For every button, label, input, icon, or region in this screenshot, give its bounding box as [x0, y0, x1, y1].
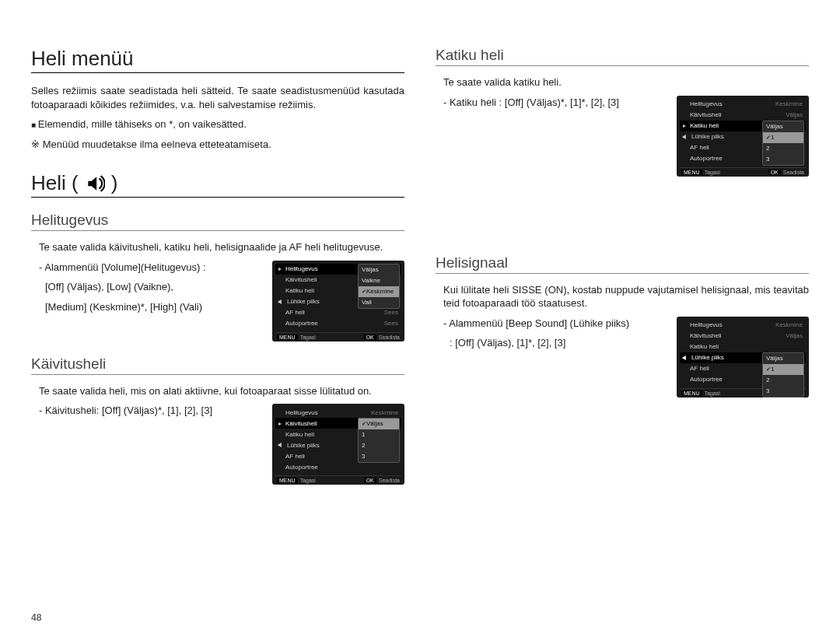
sound-icon [277, 298, 285, 306]
popup-option: Vali [359, 297, 399, 308]
heading-heli-close: ) [111, 171, 118, 195]
helitugevus-submenu-2: [Off] (Väljas), [Low] (Vaikne), [45, 280, 260, 294]
footer-menu-btn: MENU [681, 170, 702, 175]
kaivitusheli-desc: Te saate valida heli, mis on alati aktii… [39, 384, 404, 398]
popup-option: 2 [763, 143, 803, 154]
menu-item: Autoportree [285, 464, 400, 471]
footer-ok-label: Seadista [379, 478, 400, 483]
helitugevus-submenu-3: [Medium] (Keskmine)*, [High] (Vali) [45, 300, 260, 314]
footer-ok-btn: OK [768, 170, 781, 175]
menu-value: Keskmine [775, 100, 804, 107]
popup-option-selected: 1 [763, 364, 803, 375]
helisignaal-submenu-1: Alammenüü [Beep Sound] (Lühike piiks) [443, 317, 664, 331]
popup-option: Väljas [359, 264, 399, 275]
menu-item: Käivitusheli [690, 332, 786, 339]
menu-value: Sees [384, 309, 400, 316]
popup-option: Väljas [763, 121, 803, 132]
intro-paragraph: Selles režiimis saate seadistada heli sä… [31, 84, 404, 111]
popup-option: Väljas [763, 353, 803, 364]
menu-value: Sees [384, 320, 400, 327]
menu-value: Väljas [786, 111, 804, 118]
menu-screenshot-helisignaal: HelitugevusKeskmine KäivitusheliVäljas K… [677, 317, 809, 398]
footer-ok-btn: OK [364, 478, 376, 483]
footer-ok-label: Seadista [379, 335, 400, 340]
heading-kaivitusheli: Käivitusheli [31, 356, 404, 375]
katiku-block: Katiku heli : [Off] (Väljas)*, [1]*, [2]… [436, 96, 809, 177]
menu-item: Käivitusheli [690, 111, 786, 118]
footer-menu-btn: MENU [277, 335, 298, 340]
page-number: 48 [31, 612, 41, 623]
katiku-desc: Te saate valida katiku heli. [443, 75, 809, 89]
footer-back-label: Tagasi [705, 170, 720, 175]
footer-ok-label: Seadista [783, 170, 804, 175]
helisignaal-submenu-2: : [Off] (Väljas), [1]*, [2], [3] [450, 336, 664, 350]
menu-value: Keskmine [775, 321, 804, 328]
footer-back-label: Tagasi [300, 478, 316, 483]
heading-katiku-heli: Katiku heli [436, 47, 809, 66]
helitugevus-block: Alammenüü [Volume](Helitugevus) : [Off] … [31, 261, 404, 342]
heading-heli-menu: Heli menüü [31, 47, 404, 73]
popup-option: 1 [359, 429, 399, 440]
heading-heli-text: Heli ( [31, 171, 79, 195]
menu-screenshot-helitugevus: ▸Helitugevus Käivitusheli Katiku heli Lü… [272, 261, 404, 342]
katiku-options: Katiku heli : [Off] (Väljas)*, [1]*, [2]… [443, 96, 664, 110]
menu-item: Autoportree [285, 320, 384, 327]
popup-option: 3 [763, 154, 803, 165]
popup-option: 3 [763, 386, 803, 397]
sound-icon [85, 173, 105, 194]
heading-helitugevus: Helitugevus [31, 212, 404, 231]
popup-option: 3 [359, 451, 399, 462]
menu-item: Helitugevus [690, 100, 775, 107]
menu-value: Keskmine [371, 409, 400, 416]
right-column: Katiku heli Te saate valida katiku heli.… [436, 47, 809, 485]
menu-item: Katiku heli [690, 343, 804, 350]
popup-option: 2 [359, 440, 399, 451]
helisignaal-desc: Kui lülitate heli SISSE (ON), kostab nup… [443, 283, 809, 310]
popup-option-selected: Keskmine [359, 286, 399, 297]
helitugevus-submenu-1: Alammenüü [Volume](Helitugevus) : [39, 261, 260, 275]
footer-menu-btn: MENU [681, 391, 702, 396]
menu-item: AF heli [285, 309, 384, 316]
helisignaal-block: Alammenüü [Beep Sound] (Lühike piiks) : … [436, 317, 809, 398]
menu-value: Väljas [786, 332, 804, 339]
footer-ok-btn: OK [364, 335, 376, 340]
menu-screenshot-kaivitusheli: HelitugevusKeskmine ▸Käivitusheli Katiku… [272, 404, 404, 485]
sound-icon [681, 133, 689, 141]
page-columns: Heli menüü Selles režiimis saate seadist… [31, 47, 809, 485]
helitugevus-desc: Te saate valida käivitusheli, katiku hel… [39, 240, 404, 254]
footer-menu-btn: MENU [277, 478, 298, 483]
left-column: Heli menüü Selles režiimis saate seadist… [31, 47, 404, 485]
popup-option: Vaikne [359, 275, 399, 286]
sound-icon [277, 441, 285, 449]
popup-option-selected: Väljas [359, 419, 399, 429]
heading-helisignaal: Helisignaal [436, 254, 809, 274]
intro-bullet-notice: Menüüd muudetakse ilma eelneva etteteata… [31, 138, 404, 152]
intro-bullet-defaults: Elemendid, mille tähiseks on *, on vaike… [31, 117, 404, 131]
menu-item: Helitugevus [690, 321, 775, 328]
kaivitusheli-options: Käivitusheli: [Off] (Väljas)*, [1], [2],… [39, 404, 260, 418]
popup-option-selected: 1 [763, 132, 803, 143]
kaivitusheli-block: Käivitusheli: [Off] (Väljas)*, [1], [2],… [31, 404, 404, 485]
menu-item: Helitugevus [285, 409, 371, 416]
footer-back-label: Tagasi [705, 391, 720, 396]
heading-heli: Heli ( ) [31, 171, 404, 198]
footer-back-label: Tagasi [300, 335, 316, 340]
menu-screenshot-katiku: HelitugevusKeskmine KäivitusheliVäljas ▸… [677, 96, 809, 177]
popup-option: 2 [763, 375, 803, 386]
sound-icon [681, 354, 689, 362]
